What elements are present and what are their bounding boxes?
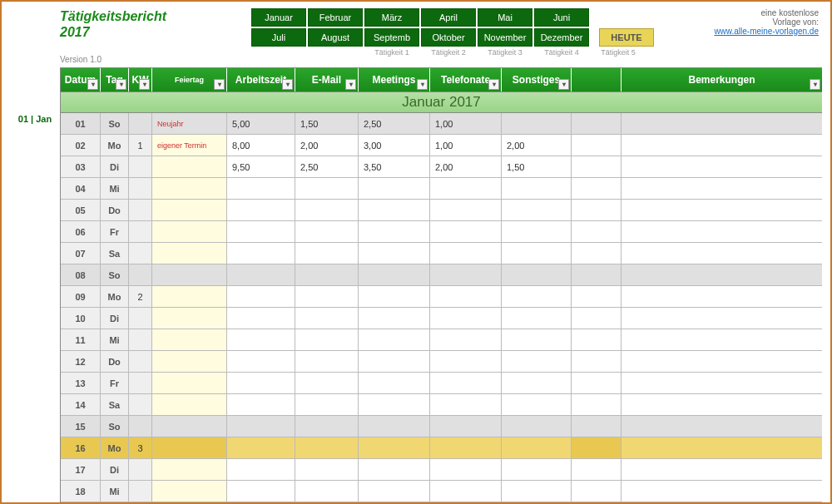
telefonate-cell[interactable]: 2,00 [430,156,502,177]
feiertag-cell[interactable] [152,286,227,307]
sonstiges-cell[interactable] [502,200,572,220]
kw-cell[interactable] [129,200,152,220]
telefonate-cell[interactable]: 1,00 [430,135,502,156]
arbeitszeit-cell[interactable] [227,286,295,307]
spacer-cell[interactable] [572,113,622,134]
email-cell[interactable] [295,351,359,372]
meetings-cell[interactable] [359,308,430,329]
col-header-datum[interactable]: Datum [61,68,101,91]
telefonate-cell[interactable] [430,308,502,329]
datum-cell[interactable]: 05 [61,200,101,220]
col-header-arbeitszeit[interactable]: Arbeitszeit [227,68,295,91]
arbeitszeit-cell[interactable] [227,308,295,329]
telefonate-cell[interactable] [430,264,502,285]
kw-cell[interactable] [129,178,152,199]
arbeitszeit-cell[interactable] [227,416,295,437]
bemerkungen-cell[interactable] [622,351,822,372]
email-cell[interactable]: 2,00 [295,135,359,156]
email-cell[interactable] [295,243,359,264]
filter-dropdown-icon[interactable] [87,79,98,90]
sonstiges-cell[interactable] [502,243,572,264]
filter-dropdown-icon[interactable] [345,79,356,90]
spacer-cell[interactable] [572,373,622,393]
feiertag-cell[interactable] [152,156,227,177]
email-cell[interactable] [295,200,359,220]
sonstiges-cell[interactable] [502,113,572,134]
col-header-bemerkungen[interactable]: Bemerkungen [622,68,822,91]
datum-cell[interactable]: 08 [61,264,101,285]
feiertag-cell[interactable] [152,437,227,458]
kw-cell[interactable] [129,221,152,242]
sonstiges-cell[interactable] [502,178,572,199]
meetings-cell[interactable]: 3,50 [359,156,430,177]
arbeitszeit-cell[interactable] [227,243,295,264]
telefonate-cell[interactable] [430,437,502,458]
kw-cell[interactable] [129,243,152,264]
col-header-email[interactable]: E-Mail [295,68,359,91]
spacer-cell[interactable] [572,437,622,458]
bemerkungen-cell[interactable] [622,243,822,264]
bemerkungen-cell[interactable] [622,286,822,307]
kw-cell[interactable]: 1 [129,135,152,156]
telefonate-cell[interactable] [430,286,502,307]
filter-dropdown-icon[interactable] [558,79,569,90]
filter-dropdown-icon[interactable] [488,79,499,90]
bemerkungen-cell[interactable] [622,264,822,285]
bemerkungen-cell[interactable] [622,459,822,480]
meetings-cell[interactable] [359,178,430,199]
datum-cell[interactable]: 10 [61,308,101,329]
arbeitszeit-cell[interactable] [227,437,295,458]
spacer-cell[interactable] [572,351,622,372]
arbeitszeit-cell[interactable] [227,459,295,480]
feiertag-cell[interactable] [152,264,227,285]
spacer-cell[interactable] [572,329,622,350]
spacer-cell[interactable] [572,221,622,242]
meetings-cell[interactable] [359,264,430,285]
filter-dropdown-icon[interactable] [417,79,428,90]
meetings-cell[interactable] [359,200,430,220]
col-header-kw[interactable]: KW [129,68,152,91]
datum-cell[interactable]: 03 [61,156,101,177]
bemerkungen-cell[interactable] [622,329,822,350]
feiertag-cell[interactable]: eigener Termin [152,135,227,156]
spacer-cell[interactable] [572,156,622,177]
tag-cell[interactable]: Mo [101,437,129,458]
spacer-cell[interactable] [572,135,622,156]
feiertag-cell[interactable] [152,329,227,350]
telefonate-cell[interactable] [430,416,502,437]
datum-cell[interactable]: 17 [61,459,101,480]
feiertag-cell[interactable] [152,351,227,372]
filter-dropdown-icon[interactable] [116,79,126,90]
email-cell[interactable] [295,459,359,480]
bemerkungen-cell[interactable] [622,394,822,415]
email-cell[interactable] [295,308,359,329]
filter-dropdown-icon[interactable] [214,79,225,90]
kw-cell[interactable] [129,373,152,393]
credit-link[interactable]: www.alle-meine-vorlagen.de [714,27,819,36]
spacer-cell[interactable] [572,200,622,220]
sonstiges-cell[interactable]: 2,00 [502,135,572,156]
datum-cell[interactable]: 11 [61,329,101,350]
meetings-cell[interactable] [359,481,430,502]
datum-cell[interactable]: 07 [61,243,101,264]
email-cell[interactable]: 2,50 [295,156,359,177]
bemerkungen-cell[interactable] [622,308,822,329]
sonstiges-cell[interactable] [502,459,572,480]
telefonate-cell[interactable]: 1,00 [430,113,502,134]
sonstiges-cell[interactable] [502,394,572,415]
feiertag-cell[interactable] [152,200,227,220]
kw-cell[interactable] [129,329,152,350]
tag-cell[interactable]: Mi [101,481,129,502]
feiertag-cell[interactable] [152,394,227,415]
datum-cell[interactable]: 18 [61,481,101,502]
email-cell[interactable] [295,221,359,242]
feiertag-cell[interactable] [152,373,227,393]
email-cell[interactable] [295,481,359,502]
spacer-cell[interactable] [572,178,622,199]
meetings-cell[interactable] [359,221,430,242]
arbeitszeit-cell[interactable]: 9,50 [227,156,295,177]
month-button-oktober[interactable]: Oktober [421,28,476,47]
kw-cell[interactable] [129,459,152,480]
email-cell[interactable] [295,373,359,393]
kw-cell[interactable] [129,264,152,285]
